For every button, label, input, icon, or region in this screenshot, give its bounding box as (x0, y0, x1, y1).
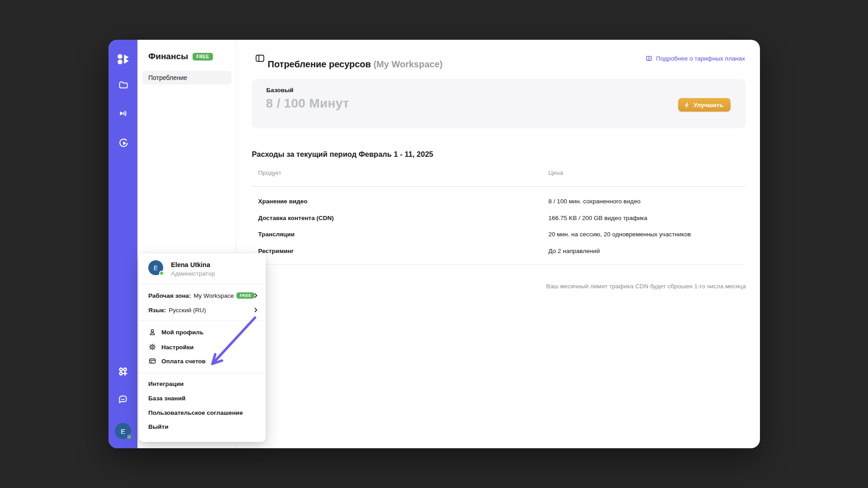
sidebar-item-consumption[interactable]: Потребление (142, 71, 231, 84)
panel-toggle-icon[interactable] (255, 53, 265, 64)
user-role: Администратор (171, 270, 215, 277)
table-col-product: Продукт (258, 169, 281, 176)
avatar-initial: E (121, 427, 125, 435)
support-chat-icon[interactable] (114, 390, 132, 408)
table-header-divider (252, 186, 746, 187)
lightning-icon (684, 102, 690, 108)
chevron-right-icon (254, 292, 258, 299)
book-icon (645, 55, 653, 62)
menu-item-logout[interactable]: Выйти (139, 420, 266, 433)
menu-item-settings[interactable]: Настройки (139, 341, 266, 353)
tariff-plans-link[interactable]: Подробнее о тарифных планах (645, 55, 745, 62)
finance-panel-header: Финансы FREE (148, 52, 213, 61)
free-plan-badge: FREE (236, 292, 255, 299)
expenses-section-title: Расходы за текущий период Февраль 1 - 11… (252, 150, 433, 159)
kinescope-logo[interactable] (114, 50, 132, 68)
user-name: Elena Utkina (171, 261, 210, 268)
table-row-label: Доставка контента (CDN) (258, 215, 334, 221)
videos-icon[interactable] (114, 75, 132, 94)
plan-name: Базовый (266, 87, 293, 94)
menu-item-terms[interactable]: Пользовательское соглашение (139, 406, 266, 419)
table-row-label: Рестриминг (258, 248, 294, 254)
online-status-dot (159, 271, 164, 276)
main-content: Потребление ресурсов (My Workspace) Подр… (236, 40, 760, 448)
chevron-right-icon (254, 307, 258, 313)
apps-icon[interactable] (114, 362, 132, 380)
menu-item-profile[interactable]: Мой профиль (139, 326, 266, 338)
table-bottom-divider (252, 264, 746, 265)
menu-item-knowledge-base[interactable]: База знаний (139, 392, 266, 404)
user-avatar[interactable]: E (115, 423, 131, 439)
table-row-value: До 2 направлений (548, 248, 600, 254)
page-title: Потребление ресурсов (My Workspace) (268, 59, 443, 70)
menu-item-language[interactable]: Язык: Русский (RU) (139, 304, 266, 316)
table-row-value: 166.75 KB / 200 GB видео трафика (548, 215, 647, 221)
user-dropdown-menu: E Elena Utkina Администратор Рабочая зон… (139, 253, 266, 442)
credit-card-icon (148, 357, 156, 365)
menu-divider (139, 373, 266, 373)
cdn-reset-note: Ваш месячный лимит трафика CDN будет сбр… (546, 283, 746, 290)
upgrade-button[interactable]: Улучшить (678, 98, 731, 112)
table-row-value: 20 мин. на сессию, 20 одновременных учас… (548, 231, 691, 238)
menu-avatar: E (148, 260, 163, 275)
table-row-label: Трансляции (258, 231, 295, 238)
table-col-price: Цена (548, 169, 563, 176)
menu-divider (139, 320, 266, 321)
desktop-background: E Финансы FREE Потребление Потреблени (0, 0, 868, 488)
workspace-suffix: (My Workspace) (373, 59, 443, 69)
live-icon[interactable] (114, 104, 132, 122)
plan-usage-card: Базовый 8 / 100 Минут Улучшить (252, 79, 746, 128)
table-row-value: 8 / 100 мин. сохраненного видео (548, 198, 641, 205)
menu-item-integrations[interactable]: Интеграции (139, 377, 266, 390)
menu-item-workspace[interactable]: Рабочая зона: My Workspace FREE (139, 289, 266, 302)
user-icon (148, 328, 156, 336)
page-header: Потребление ресурсов (My Workspace) Подр… (236, 40, 760, 70)
analytics-icon[interactable] (114, 133, 132, 151)
panel-title: Финансы (148, 52, 188, 61)
primary-sidebar: E (108, 40, 137, 448)
table-row-label: Хранение видео (258, 198, 307, 205)
gear-icon (148, 343, 156, 351)
menu-item-billing[interactable]: Оплата счетов (139, 355, 266, 367)
menu-divider (139, 284, 266, 284)
free-plan-badge: FREE (193, 53, 212, 61)
plan-usage-value: 8 / 100 Минут (266, 96, 349, 111)
online-status-dot (127, 434, 132, 440)
